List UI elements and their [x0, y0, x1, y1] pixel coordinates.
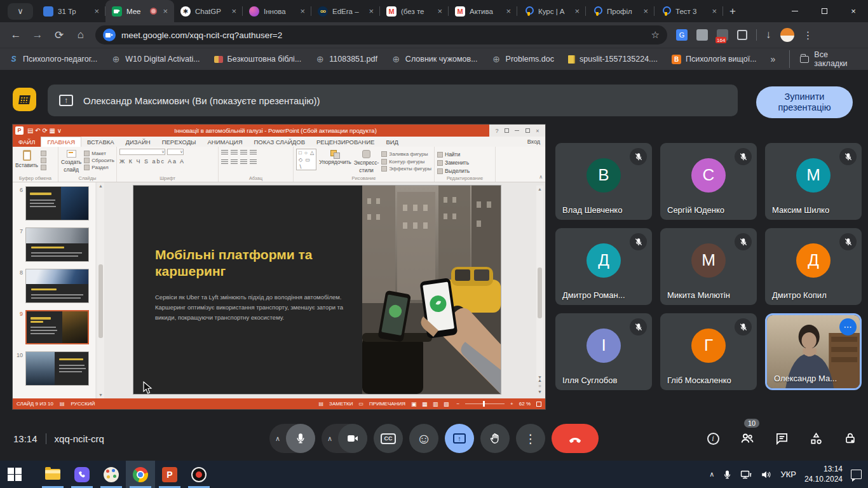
downloads-icon[interactable]: ↓	[766, 29, 771, 41]
powerpoint-titlebar[interactable]: P ▤ ↶ ⟳ ▦ ∨ Інновації в автомобільній га…	[13, 125, 545, 137]
start-button[interactable]	[0, 461, 29, 488]
bookmark-item[interactable]: BПсихологія вищої...	[672, 55, 757, 64]
browser-menu-icon[interactable]: ⋮	[803, 29, 813, 41]
find-button[interactable]: Найти	[437, 151, 470, 158]
reactions-button[interactable]: ☺	[409, 424, 438, 453]
url-text[interactable]: meet.google.com/xqq-ncit-crq?authuser=2	[121, 30, 646, 40]
chat-button[interactable]	[773, 430, 790, 447]
chrome-button-active[interactable]	[126, 461, 155, 488]
bookmark-item[interactable]: ⊕Problems.doc	[492, 55, 554, 64]
cut-icon[interactable]	[41, 151, 46, 156]
ribbon-tab-animations[interactable]: АНИМАЦИЯ	[202, 137, 248, 147]
ribbon-options-icon[interactable]	[505, 128, 509, 133]
mail-counter-extension-icon[interactable]: 164	[717, 29, 728, 41]
leave-call-button[interactable]	[552, 424, 599, 453]
ribbon-tab-transitions[interactable]: ПЕРЕХОДЫ	[156, 137, 202, 147]
close-icon[interactable]: ×	[536, 128, 539, 134]
address-bar[interactable]: meet.google.com/xqq-ncit-crq?authuser=2 …	[95, 25, 667, 44]
paint-button[interactable]	[97, 461, 126, 488]
ribbon-tab-home[interactable]: ГЛАВНАЯ	[41, 137, 81, 147]
new-slide-button[interactable]: Создать слайд	[61, 149, 81, 174]
mic-button[interactable]	[286, 424, 315, 453]
maximize-button[interactable]	[810, 0, 839, 22]
font-format-buttons[interactable]: Ж К Ч S abc Aa A	[119, 158, 215, 165]
close-icon[interactable]: ×	[505, 6, 512, 16]
zoom-in-button[interactable]: +	[510, 401, 513, 407]
zoom-slider-thumb[interactable]	[483, 401, 485, 407]
more-options-button[interactable]: ⋮	[516, 424, 545, 453]
tab-meet-active[interactable]: Мее ×	[105, 0, 174, 22]
viber-button[interactable]	[67, 461, 97, 488]
paste-button[interactable]: Вставить	[15, 149, 38, 174]
forward-button[interactable]: →	[27, 29, 48, 41]
font-size-combobox[interactable]: ∨	[167, 149, 184, 155]
clock-date[interactable]: 13:14 24.10.2024	[804, 464, 843, 484]
camera-control[interactable]: ∧	[322, 424, 367, 453]
language-indicator[interactable]: РУССКИЙ	[71, 401, 95, 407]
network-icon[interactable]	[740, 470, 752, 480]
participants-button[interactable]: 10	[738, 430, 756, 447]
mic-control[interactable]: ∧	[269, 424, 315, 453]
scroll-up-icon[interactable]: ▲	[97, 184, 104, 188]
slide-title[interactable]: Мобільні платформи та каршеринг	[155, 247, 352, 280]
shape-effects-button[interactable]: Эффекты фигуры	[381, 166, 431, 172]
ribbon-tab-file[interactable]: ФАЙЛ	[13, 137, 41, 147]
slide-thumbnail-panel[interactable]: 6 7	[13, 182, 95, 398]
action-center-icon[interactable]	[851, 470, 862, 479]
scrollbar-thumb[interactable]	[98, 264, 103, 338]
all-bookmarks-button[interactable]: Все закладки	[789, 50, 859, 68]
thumbnail-slide-10[interactable]: 10	[15, 351, 94, 386]
font-name-combobox[interactable]: ∨	[119, 149, 165, 155]
notes-toggle[interactable]: ЗАМЕТКИ	[329, 401, 353, 407]
fit-to-window-icon[interactable]	[536, 402, 541, 407]
participant-tile[interactable]: М Микита Милютін	[660, 228, 757, 305]
ribbon-tab-design[interactable]: ДИЗАЙН	[120, 137, 156, 147]
close-icon[interactable]: ×	[367, 6, 375, 16]
spellcheck-icon[interactable]: ▤	[60, 401, 65, 407]
ribbon-tab-review[interactable]: РЕЦЕНЗИРОВАНИЕ	[311, 137, 380, 147]
thumbnail-slide-8[interactable]: 8	[15, 269, 94, 303]
align-buttons[interactable]	[221, 159, 290, 165]
more-bookmarks-button[interactable]: »	[771, 54, 776, 64]
bookmark-item[interactable]: SПсихолого-педагог...	[9, 55, 97, 64]
file-explorer-button[interactable]	[38, 461, 67, 488]
close-icon[interactable]: ×	[642, 6, 649, 16]
tab-contacts[interactable]: 31 Тр ×	[37, 0, 105, 22]
scroll-up-icon[interactable]: ▲	[536, 187, 543, 191]
bookmark-item[interactable]: ⊕11083851.pdf	[315, 55, 377, 64]
section-button[interactable]: Раздел	[84, 165, 114, 170]
tab-profile[interactable]: Профіл ×	[586, 0, 654, 22]
meeting-details-button[interactable]: i	[704, 430, 722, 447]
profile-avatar[interactable]	[780, 28, 794, 42]
format-painter-icon[interactable]	[41, 165, 46, 170]
slide-body-text[interactable]: Сервіси як Uber та Lyft змінюють підхід …	[155, 292, 346, 323]
thumbnail-scrollbar[interactable]: ▲ ▼	[97, 182, 104, 398]
stop-presentation-button[interactable]: Зупинити презентацію	[756, 86, 853, 118]
screen-recorder-button[interactable]	[184, 461, 214, 488]
participant-tile[interactable]: І Ілля Суглобов	[555, 313, 652, 390]
copy-icon[interactable]	[41, 158, 46, 163]
tab-test3[interactable]: Тест 3 ×	[654, 0, 723, 22]
bookmark-item[interactable]: ⊕Словник чужомов...	[391, 55, 478, 64]
view-switcher-icons[interactable]: ▣ ▦ ▥ ▧	[411, 401, 451, 407]
help-icon[interactable]: ?	[495, 128, 498, 134]
close-icon[interactable]: ×	[710, 6, 718, 16]
slide-canvas[interactable]: Мобільні платформи та каршеринг Сервіси …	[133, 186, 501, 394]
tab-gmail-activation[interactable]: M Актива ×	[449, 0, 517, 22]
qat-icons[interactable]: ▤ ↶ ⟳ ▦ ∨	[27, 127, 62, 134]
sign-in-link[interactable]: Вход	[527, 139, 545, 145]
zoom-out-button[interactable]: −	[456, 401, 459, 407]
reload-button[interactable]: ⟳	[48, 29, 70, 42]
minimize-button[interactable]	[780, 0, 810, 22]
zoom-level[interactable]: 62 %	[519, 401, 531, 407]
thumbnail-slide-7[interactable]: 7	[15, 227, 94, 262]
comments-toggle[interactable]: ПРИМЕЧАНИЯ	[369, 401, 405, 407]
powerpoint-button[interactable]: P	[155, 461, 184, 488]
tab-innova[interactable]: Іннова ×	[243, 0, 311, 22]
volume-icon[interactable]	[761, 470, 772, 480]
reset-button[interactable]: Сбросить	[84, 158, 114, 163]
shapes-gallery[interactable]: □ ○ △ ◇ ▭ ∖ ▷ ◁ ☆ ( ) ∼	[296, 149, 316, 170]
close-icon[interactable]: ×	[436, 6, 444, 16]
tab-search-button[interactable]: ∨	[8, 3, 33, 20]
language-indicator[interactable]: УКР	[780, 470, 796, 479]
